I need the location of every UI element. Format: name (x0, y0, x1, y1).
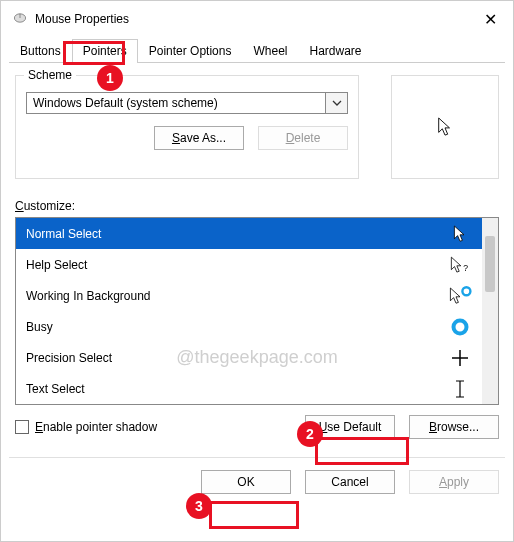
scheme-dropdown-button[interactable] (326, 92, 348, 114)
list-item[interactable]: Help Select ? (16, 249, 482, 280)
list-item-label: Working In Background (26, 289, 151, 303)
scheme-input[interactable] (26, 92, 326, 114)
svg-text:?: ? (463, 263, 468, 273)
enable-shadow-checkbox[interactable]: Enable pointer shadow (15, 420, 157, 434)
mouse-icon (13, 12, 27, 26)
enable-shadow-label: Enable pointer shadow (35, 420, 157, 434)
scheme-group: Scheme Save As... Delete (15, 75, 359, 179)
list-item[interactable]: Busy (16, 311, 482, 342)
cursor-busy-icon (448, 316, 472, 338)
list-item-label: Text Select (26, 382, 85, 396)
use-default-button[interactable]: Use Default (305, 415, 395, 439)
cursor-cross-icon (448, 347, 472, 369)
cursor-help-icon: ? (448, 254, 472, 276)
checkbox-icon (15, 420, 29, 434)
cursor-listbox[interactable]: Normal Select Help Select ? Working In B… (16, 218, 482, 404)
cancel-button[interactable]: Cancel (305, 470, 395, 494)
tab-hardware[interactable]: Hardware (298, 39, 372, 62)
tab-buttons[interactable]: Buttons (9, 39, 72, 62)
list-item[interactable]: Normal Select (16, 218, 482, 249)
cursor-ibeam-icon (448, 378, 472, 400)
browse-button[interactable]: Browse... (409, 415, 499, 439)
apply-button: Apply (409, 470, 499, 494)
close-button[interactable]: ✕ (480, 10, 501, 29)
cursor-arrow-icon (448, 223, 472, 245)
list-item-label: Busy (26, 320, 53, 334)
save-as-button[interactable]: Save As... (154, 126, 244, 150)
ok-button[interactable]: OK (201, 470, 291, 494)
cursor-arrow-icon (436, 116, 454, 138)
svg-point-3 (462, 287, 470, 295)
cursor-working-icon (448, 285, 472, 307)
list-item-label: Help Select (26, 258, 87, 272)
window-title: Mouse Properties (35, 12, 129, 26)
customize-label: Customize: (15, 199, 499, 213)
svg-point-4 (454, 320, 467, 333)
scroll-thumb[interactable] (485, 236, 495, 292)
list-item[interactable]: Precision Select (16, 342, 482, 373)
tab-wheel[interactable]: Wheel (242, 39, 298, 62)
scheme-legend: Scheme (24, 68, 76, 82)
tab-pointers[interactable]: Pointers (72, 39, 138, 62)
list-item[interactable]: Text Select (16, 373, 482, 404)
list-item-label: Normal Select (26, 227, 101, 241)
list-item-label: Precision Select (26, 351, 112, 365)
tab-pointer-options[interactable]: Pointer Options (138, 39, 243, 62)
listbox-scrollbar[interactable] (482, 218, 498, 404)
tab-strip: Buttons Pointers Pointer Options Wheel H… (1, 39, 513, 62)
cursor-preview (391, 75, 499, 179)
chevron-down-icon (332, 100, 342, 106)
list-item[interactable]: Working In Background (16, 280, 482, 311)
scheme-combo[interactable] (26, 92, 348, 114)
delete-button: Delete (258, 126, 348, 150)
